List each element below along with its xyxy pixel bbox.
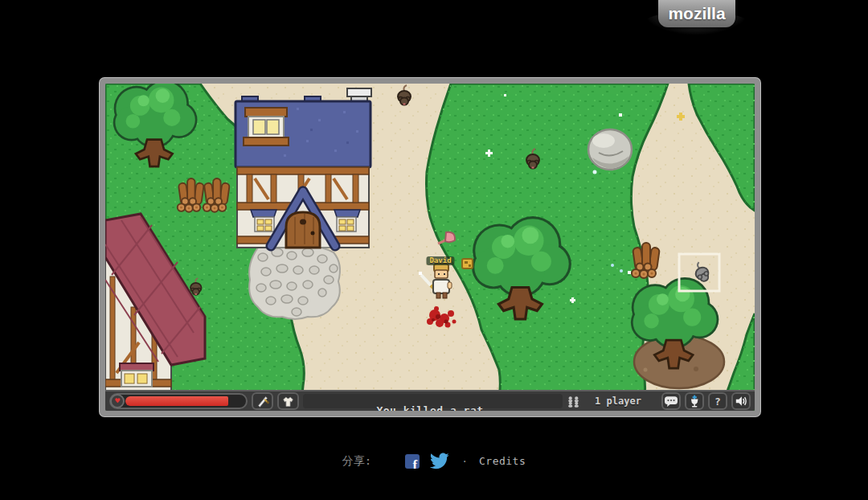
mute-button[interactable] [731, 392, 751, 410]
share-label: 分享: [342, 454, 371, 469]
credits-link[interactable]: Credits [479, 455, 526, 467]
game-window: David ♥ [100, 78, 760, 416]
trophy-icon [687, 394, 702, 408]
heart-icon: ♥ [110, 394, 125, 408]
browserquest-page: mozilla [0, 0, 868, 500]
game-scene [105, 84, 755, 411]
house-blue-roof [235, 88, 371, 248]
players-icon [567, 395, 580, 408]
share-footer: 分享: f · Credits [0, 453, 868, 469]
log-pile [632, 243, 660, 278]
chat-icon [663, 395, 679, 408]
armor-slot-button[interactable] [277, 392, 299, 410]
twitter-icon[interactable] [429, 453, 450, 469]
player-count-label: 1 player [587, 395, 649, 407]
health-fill [125, 396, 228, 406]
separator-dot: · [461, 455, 468, 467]
health-bar: ♥ [109, 393, 248, 409]
player-name-label: David [426, 256, 454, 265]
stone-path [249, 244, 340, 319]
boulder-rock [588, 129, 632, 170]
log-pile [203, 178, 230, 212]
help-icon: ? [714, 395, 721, 408]
players-online: 1 player [567, 395, 649, 408]
achievements-button[interactable] [685, 392, 704, 410]
hud-bar: ♥ [105, 390, 755, 411]
facebook-icon[interactable]: f [405, 454, 420, 469]
mozilla-tab[interactable]: mozilla [658, 0, 735, 27]
log-pile [178, 178, 204, 212]
game-viewport[interactable]: David ♥ [105, 84, 755, 411]
help-button[interactable]: ? [708, 392, 727, 410]
sword-icon [255, 393, 271, 409]
speaker-icon [734, 395, 748, 408]
health-track [125, 396, 244, 406]
weapon-slot-button[interactable] [252, 392, 273, 410]
dropped-gold-item[interactable] [462, 259, 473, 268]
hud-message-panel [303, 394, 563, 408]
mozilla-tab-label: mozilla [668, 4, 725, 23]
chat-button[interactable] [661, 392, 681, 410]
armor-icon [280, 395, 296, 408]
